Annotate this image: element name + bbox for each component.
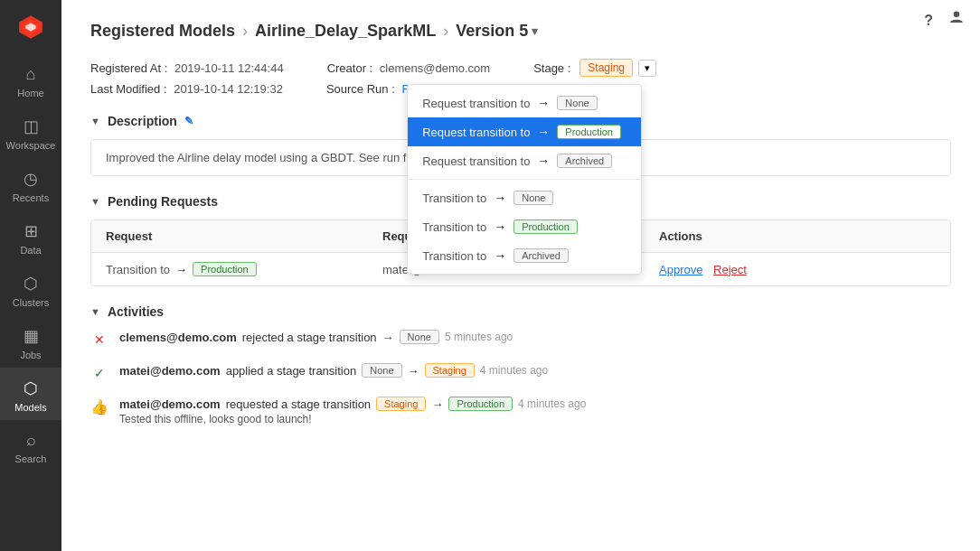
actions-cell: Approve Reject: [659, 263, 936, 276]
stage-badge: Staging: [580, 59, 633, 77]
dropdown-request-production-stage: Production: [557, 125, 621, 139]
activity-sub-3: Tested this offline, looks good to launc…: [119, 413, 951, 425]
sidebar-item-clusters-label: Clusters: [13, 297, 49, 308]
sidebar-item-jobs[interactable]: ▦ Jobs: [0, 315, 61, 368]
approve-button[interactable]: Approve: [659, 263, 702, 276]
pending-requests-toggle[interactable]: ▼: [90, 196, 100, 207]
dropdown-transition-archived-arrow: →: [494, 248, 506, 263]
dropdown-request-archived[interactable]: Request transition to → Archived: [408, 146, 641, 175]
reject-button[interactable]: Reject: [713, 263, 747, 276]
activity-arrow-3: →: [431, 397, 443, 411]
svg-point-3: [954, 12, 960, 18]
col-request: Request: [106, 229, 382, 243]
sidebar-item-search-label: Search: [15, 453, 47, 464]
meta-last-modified: Last Modified : 2019-10-14 12:19:32: [90, 82, 283, 96]
user-icon[interactable]: [947, 9, 966, 32]
version-label: Version 5: [456, 22, 528, 41]
activity-request-icon: 👍: [90, 397, 108, 416]
transition-cell: Transition to → Production: [106, 262, 382, 276]
version-dropdown-arrow[interactable]: ▾: [532, 24, 538, 38]
sidebar-item-models[interactable]: ⬡ Models: [0, 368, 61, 420]
meta-registered-at: Registered At : 2019-10-11 12:44:44: [90, 61, 284, 75]
activity-main-1: clemens@demo.com rejected a stage transi…: [119, 330, 951, 344]
activities-section-header: ▼ Activities: [90, 304, 951, 319]
activity-action-1: rejected a stage transition: [242, 331, 377, 344]
activities-toggle[interactable]: ▼: [90, 306, 100, 317]
workspace-icon: ◫: [24, 117, 39, 136]
meta-row-1: Registered At : 2019-10-11 12:44:44 Crea…: [90, 59, 951, 77]
activity-arrow-2: →: [408, 364, 419, 378]
activity-to-stage-3: Production: [448, 397, 513, 411]
sidebar-item-recents-label: Recents: [13, 192, 49, 203]
dropdown-request-archived-label: Request transition to: [422, 154, 530, 168]
models-icon: ⬡: [24, 378, 38, 398]
dropdown-request-production-arrow: →: [537, 125, 550, 139]
sidebar-item-home[interactable]: ⌂ Home: [0, 54, 61, 106]
activity-time-2: 4 minutes ago: [480, 364, 548, 377]
activities-title: Activities: [108, 304, 164, 319]
sidebar-item-models-label: Models: [14, 402, 46, 413]
sidebar-item-workspace[interactable]: ◫ Workspace: [0, 106, 61, 158]
transition-stage: Production: [193, 262, 257, 276]
stage-dropdown-menu: Request transition to → None Request tra…: [407, 84, 642, 275]
sidebar-item-clusters[interactable]: ⬡ Clusters: [0, 263, 61, 315]
sidebar-item-jobs-label: Jobs: [20, 350, 41, 360]
transition-label: Transition to: [106, 263, 170, 276]
main-content: ? Registered Models › Airline_Delay_Spar…: [61, 0, 980, 551]
dropdown-request-archived-stage: Archived: [557, 154, 612, 168]
activity-time-1: 5 minutes ago: [445, 331, 513, 343]
activity-arrow-1: →: [382, 331, 394, 344]
dropdown-transition-archived-label: Transition to: [422, 249, 486, 263]
activity-list: ✕ clemens@demo.com rejected a stage tran…: [90, 330, 951, 425]
dropdown-request-none-arrow: →: [537, 96, 550, 110]
dropdown-transition-archived[interactable]: Transition to → Archived: [408, 241, 641, 270]
activity-from-stage-2: None: [362, 363, 401, 378]
search-icon: ⌕: [26, 431, 36, 450]
activity-reject-icon: ✕: [90, 331, 108, 349]
activity-action-2: applied a stage transition: [226, 364, 357, 378]
stage-dropdown-button[interactable]: ▾: [638, 60, 656, 77]
activity-approve-icon: ✓: [90, 364, 108, 382]
dropdown-divider: [408, 179, 641, 180]
description-edit-icon[interactable]: ✎: [184, 115, 193, 127]
sidebar-item-data-label: Data: [20, 245, 41, 256]
recents-icon: ◷: [24, 169, 38, 189]
meta-stage: Stage : Staging ▾ Request transition to …: [533, 59, 656, 77]
help-button[interactable]: ?: [924, 13, 933, 29]
dropdown-request-production[interactable]: Request transition to → Production: [408, 117, 641, 146]
dropdown-request-archived-arrow: →: [537, 154, 550, 168]
activity-item-3: 👍 matei@demo.com requested a stage trans…: [90, 397, 951, 425]
topbar: ?: [924, 9, 966, 32]
sidebar-item-data[interactable]: ⊞ Data: [0, 210, 61, 263]
dropdown-transition-archived-stage: Archived: [514, 248, 569, 263]
dropdown-transition-none[interactable]: Transition to → None: [408, 183, 641, 212]
activity-content-2: matei@demo.com applied a stage transitio…: [119, 363, 951, 378]
dropdown-transition-production-arrow: →: [494, 219, 506, 234]
activity-item-2: ✓ matei@demo.com applied a stage transit…: [90, 363, 951, 382]
dropdown-request-production-label: Request transition to: [422, 126, 530, 139]
breadcrumb: Registered Models › Airline_Delay_SparkM…: [90, 22, 951, 41]
breadcrumb-sep-1: ›: [242, 22, 248, 41]
sidebar: ⌂ Home ◫ Workspace ◷ Recents ⊞ Data ⬡ Cl…: [0, 0, 61, 551]
breadcrumb-version: Version 5 ▾: [456, 22, 538, 41]
activity-item-1: ✕ clemens@demo.com rejected a stage tran…: [90, 330, 951, 349]
activity-user-3: matei@demo.com: [119, 397, 221, 411]
activity-content-1: clemens@demo.com rejected a stage transi…: [119, 330, 951, 344]
dropdown-transition-none-arrow: →: [494, 191, 506, 205]
meta-creator: Creator : clemens@demo.com: [327, 61, 491, 75]
sidebar-item-recents[interactable]: ◷ Recents: [0, 158, 61, 210]
breadcrumb-model-name[interactable]: Airline_Delay_SparkML: [255, 22, 436, 41]
databricks-logo[interactable]: [0, 0, 61, 54]
breadcrumb-registered-models[interactable]: Registered Models: [90, 22, 235, 41]
dropdown-request-none-label: Request transition to: [422, 97, 530, 110]
transition-arrow: →: [175, 263, 187, 276]
description-title: Description: [108, 114, 177, 128]
jobs-icon: ▦: [24, 326, 39, 346]
sidebar-item-search[interactable]: ⌕ Search: [0, 420, 61, 472]
dropdown-request-none[interactable]: Request transition to → None: [408, 89, 641, 117]
activity-from-stage-3: Staging: [376, 397, 426, 411]
activity-to-stage-1: None: [400, 330, 439, 344]
dropdown-transition-production[interactable]: Transition to → Production: [408, 212, 641, 241]
sidebar-item-home-label: Home: [17, 88, 43, 98]
description-toggle[interactable]: ▼: [90, 116, 100, 126]
